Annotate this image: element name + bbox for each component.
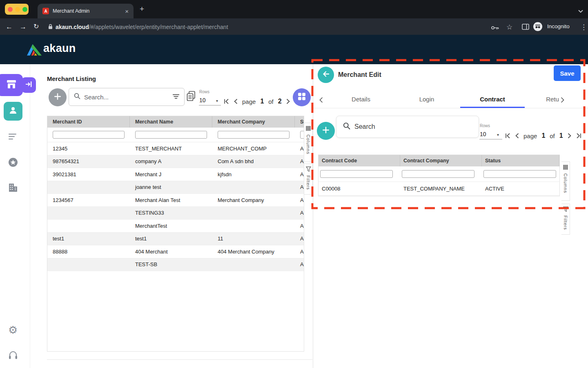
cell-name: TESTING33 (130, 210, 212, 216)
filter-contract-code-input[interactable] (320, 170, 393, 178)
tab-details[interactable]: Details (352, 96, 370, 103)
filter-status-input[interactable] (300, 131, 304, 139)
col-contract-company[interactable]: Contract Company (400, 155, 482, 166)
col-status[interactable]: Status (295, 116, 304, 128)
bookmark-star-icon[interactable]: ☆ (506, 23, 512, 31)
filter-merchant-name-input[interactable] (135, 131, 207, 139)
sidebar-item-merchant-applet[interactable] (0, 74, 23, 96)
sidebar-item-tasks[interactable] (9, 133, 18, 142)
contract-table-header: Contract Code Contract Company Status (318, 155, 559, 166)
merchant-search-box[interactable] (69, 88, 185, 106)
columns-side-tab[interactable]: Columns (304, 123, 313, 162)
tab-contract[interactable]: Contract (480, 96, 505, 103)
col-merchant-id[interactable]: Merchant ID (47, 116, 130, 128)
cell-id: 39021381 (47, 171, 130, 177)
new-tab-button[interactable]: + (140, 4, 144, 13)
filter-list-icon[interactable] (173, 93, 179, 101)
logo-text[interactable]: akaun (43, 42, 76, 55)
merchant-search-input[interactable] (84, 94, 173, 101)
address-bar[interactable]: akaun.cloud/#/applets/wavelet/erp/entity… (56, 23, 228, 31)
filter-contract-status-input[interactable] (483, 170, 556, 178)
filter-merchant-company-input[interactable] (218, 131, 290, 139)
rows-caret-icon[interactable]: ▾ (216, 99, 218, 103)
col-merchant-name[interactable]: Merchant Name (130, 116, 212, 128)
last-page-button[interactable] (576, 133, 581, 139)
filters-side-tab[interactable]: Filters (561, 204, 570, 235)
filters-side-tab[interactable]: Filters (304, 164, 313, 195)
panel-divider (47, 359, 312, 360)
table-row[interactable]: 12345TEST_MERCHANTMERCHANT_COMPACTIVE (47, 142, 304, 155)
rows-value[interactable]: 10 (480, 131, 486, 137)
cell-status: ACTIVE (295, 249, 304, 255)
of-label: of (550, 132, 555, 139)
table-row[interactable]: MerchantTestACTIVE (47, 220, 304, 233)
tab-login[interactable]: Login (419, 96, 434, 103)
close-window-button[interactable] (8, 7, 13, 12)
cell-status: ACTIVE (295, 171, 304, 177)
sidebar-item-merchants[interactable] (4, 102, 22, 121)
prev-page-button[interactable] (234, 99, 238, 104)
tab-returns[interactable]: Retu (546, 96, 559, 103)
sidebar-item-company[interactable] (8, 183, 18, 193)
table-row[interactable]: C00008 TEST_COMPANY_NAME ACTIVE (318, 182, 559, 196)
next-page-button[interactable] (286, 99, 290, 104)
table-row[interactable]: 987654321company ACom A sdn bhdACTIVE (47, 155, 304, 168)
tab-close-icon[interactable]: × (125, 8, 129, 14)
table-row[interactable]: test1test111ACTIVE (47, 233, 304, 246)
next-page-button[interactable] (568, 133, 572, 139)
prev-page-button[interactable] (515, 133, 519, 139)
table-row[interactable]: 1234567Merchant Alan TestMerchant Compan… (47, 194, 304, 207)
table-row[interactable]: TEST-SBACTIVE (47, 258, 304, 272)
rows-value[interactable]: 10 (199, 97, 206, 103)
table-row[interactable]: TESTING33ACTIVE (47, 207, 304, 220)
browser-tab[interactable]: A Merchant Admin × (38, 4, 134, 18)
password-key-icon[interactable] (491, 25, 499, 32)
rows-per-page-icon[interactable] (187, 91, 196, 103)
table-row[interactable]: 39021381Merchant JkjfsdnACTIVE (47, 168, 304, 181)
sidebar-item-favorites[interactable] (8, 157, 18, 169)
lock-icon[interactable] (48, 24, 53, 31)
cell-name: TEST-SB (130, 261, 212, 267)
refresh-button[interactable]: ↻ (33, 23, 39, 30)
first-page-button[interactable] (224, 99, 229, 104)
table-row[interactable]: 88888404 Merchant404 Merchant CompanyACT… (47, 245, 304, 258)
tabs-scroll-right-icon[interactable] (561, 97, 565, 103)
cell-name: MerchantTest (130, 223, 212, 229)
applet-enter-button[interactable] (21, 77, 36, 93)
side-panel-icon[interactable] (522, 24, 529, 31)
support-headset-icon[interactable] (8, 351, 18, 361)
minimize-window-button[interactable] (15, 7, 20, 12)
contract-search-input[interactable] (354, 123, 472, 130)
app-header: akaun (0, 35, 588, 64)
table-row[interactable]: joanne testACTIVE (47, 181, 304, 194)
page-title: Merchant Listing (47, 75, 96, 82)
page-label: page (523, 132, 537, 139)
contract-search-box[interactable] (336, 116, 479, 138)
filter-merchant-id-input[interactable] (53, 131, 125, 139)
sidebar: ⚙ (0, 64, 30, 368)
rows-caret-icon[interactable]: ▾ (497, 132, 499, 137)
settings-gear-icon[interactable]: ⚙ (8, 325, 18, 335)
col-contract-status[interactable]: Status (482, 155, 559, 166)
columns-side-tab[interactable]: Columns (561, 162, 570, 201)
back-arrow-icon (322, 70, 330, 79)
first-page-button[interactable] (505, 133, 510, 139)
forward-button[interactable]: → (20, 23, 27, 30)
grid-view-button[interactable] (293, 88, 311, 106)
zoom-window-button[interactable] (22, 7, 27, 12)
save-button[interactable]: Save (554, 65, 581, 81)
back-button[interactable]: ← (6, 23, 13, 30)
col-contract-code[interactable]: Contract Code (318, 155, 400, 166)
tab-search-chevron-icon[interactable] (578, 7, 583, 15)
add-merchant-button[interactable] (49, 88, 67, 106)
col-merchant-company[interactable]: Merchant Company (212, 116, 295, 128)
tabs-scroll-left-icon[interactable] (319, 97, 323, 103)
browser-menu-icon[interactable]: ⋮ (580, 23, 587, 31)
add-contract-button[interactable] (317, 122, 335, 140)
page-total: 1 (559, 132, 563, 139)
filter-contract-company-input[interactable] (402, 170, 474, 178)
merchant-edit-panel: Merchant Edit Save Details Login Contrac… (313, 64, 588, 368)
plus-icon (322, 126, 330, 136)
filters-tab-label: Filters (563, 215, 568, 230)
back-button-edit[interactable] (318, 67, 334, 83)
